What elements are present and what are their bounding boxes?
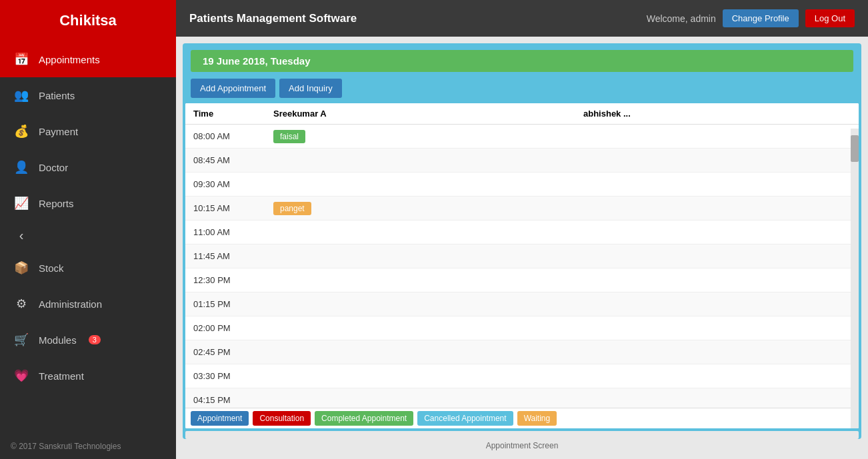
sidebar-item-chevron[interactable]: ‹ [0, 221, 176, 250]
sidebar-label-modules: Modules [39, 334, 77, 346]
table-row: 11:45 AM [185, 244, 859, 268]
sidebar-item-patients[interactable]: 👥 Patients [0, 77, 176, 113]
time-cell: 10:15 AM [185, 197, 265, 221]
table-row: 11:00 AM [185, 221, 859, 244]
vertical-scrollbar[interactable] [851, 129, 859, 428]
app-title: Patients Management Software [189, 12, 357, 25]
table-row: 08:00 AMfaisal [185, 125, 859, 149]
sidebar: Chikitsa 📅 Appointments 👥 Patients 💰 Pay… [0, 0, 176, 459]
time-cell: 02:45 PM [185, 340, 265, 364]
appointments-icon: 📅 [13, 52, 29, 67]
bottom-legend: Appointment Consultation Completed Appoi… [185, 408, 859, 428]
sidebar-item-treatment[interactable]: 💗 Treatment [0, 358, 176, 394]
time-cell: 04:15 PM [185, 388, 265, 408]
add-appointment-button[interactable]: Add Appointment [191, 79, 275, 98]
sreekumar-cell [265, 364, 575, 388]
table-row: 12:30 PM [185, 268, 859, 292]
abhishek-cell [575, 125, 859, 149]
abhishek-cell [575, 268, 859, 292]
appointment-badge[interactable]: panget [273, 202, 311, 215]
time-cell: 11:00 AM [185, 221, 265, 244]
col-time: Time [185, 103, 265, 125]
reports-icon: 📈 [13, 196, 29, 211]
time-cell: 01:15 PM [185, 292, 265, 316]
abhishek-cell [575, 221, 859, 244]
sreekumar-cell: panget [265, 197, 575, 221]
appointment-badge[interactable]: faisal [273, 130, 305, 143]
appointment-container: 19 June 2018, Tuesday Add Appointment Ad… [183, 43, 861, 439]
scrollbar-thumb [851, 135, 859, 162]
calendar-scroll[interactable]: Time Sreekumar A abhishek ... 08:00 AMfa… [185, 103, 859, 408]
sreekumar-cell [265, 173, 575, 197]
col-sreekumar: Sreekumar A [265, 103, 575, 125]
sreekumar-cell [265, 244, 575, 268]
toolbar: Add Appointment Add Inquiry [183, 79, 861, 103]
logout-button[interactable]: Log Out [805, 9, 855, 27]
time-cell: 03:30 PM [185, 364, 265, 388]
sidebar-label-appointments: Appointments [39, 54, 100, 65]
doctor-icon: 👤 [13, 160, 29, 175]
legend-waiting: Waiting [517, 411, 557, 426]
sidebar-item-modules[interactable]: 🛒 Modules 3 [0, 322, 176, 358]
time-cell: 08:00 AM [185, 125, 265, 149]
legend-consultation: Consultation [253, 411, 311, 426]
abhishek-cell [575, 340, 859, 364]
table-row: 03:30 PM [185, 364, 859, 388]
sidebar-item-appointments[interactable]: 📅 Appointments [0, 41, 176, 77]
table-row: 08:45 AM [185, 149, 859, 173]
calendar-wrapper: Time Sreekumar A abhishek ... 08:00 AMfa… [185, 103, 859, 428]
sreekumar-cell [265, 221, 575, 244]
time-cell: 09:30 AM [185, 173, 265, 197]
abhishek-cell [575, 197, 859, 221]
abhishek-cell [575, 388, 859, 408]
welcome-text: Welcome, admin [647, 13, 716, 24]
sidebar-item-stock[interactable]: 📦 Stock [0, 250, 176, 286]
abhishek-cell [575, 149, 859, 173]
sreekumar-cell [265, 292, 575, 316]
sidebar-item-reports[interactable]: 📈 Reports [0, 185, 176, 221]
time-cell: 11:45 AM [185, 244, 265, 268]
sreekumar-cell [265, 340, 575, 364]
time-cell: 08:45 AM [185, 149, 265, 173]
payment-icon: 💰 [13, 124, 29, 139]
change-profile-button[interactable]: Change Profile [723, 9, 799, 27]
sidebar-item-payment[interactable]: 💰 Payment [0, 113, 176, 149]
sreekumar-cell: faisal [265, 125, 575, 149]
abhishek-cell [575, 292, 859, 316]
sidebar-item-doctor[interactable]: 👤 Doctor [0, 149, 176, 185]
add-inquiry-button[interactable]: Add Inquiry [279, 79, 342, 98]
main-content: Patients Management Software Welcome, ad… [176, 0, 868, 459]
header-right: Welcome, admin Change Profile Log Out [647, 9, 855, 27]
sidebar-label-stock: Stock [39, 262, 64, 274]
sreekumar-cell [265, 149, 575, 173]
horizontal-scrollbar[interactable] [185, 431, 859, 439]
table-row: 09:30 AM [185, 173, 859, 197]
page-body: 19 June 2018, Tuesday Add Appointment Ad… [176, 37, 868, 459]
modules-badge: 3 [89, 335, 101, 344]
table-row: 02:00 PM [185, 316, 859, 340]
date-header: 19 June 2018, Tuesday [191, 50, 853, 72]
legend-appointment: Appointment [191, 411, 249, 426]
sreekumar-cell [265, 388, 575, 408]
sidebar-label-doctor: Doctor [39, 162, 68, 173]
table-row: 04:15 PM [185, 388, 859, 408]
abhishek-cell [575, 244, 859, 268]
bottom-caption: Appointment Screen [183, 439, 861, 452]
table-row: 01:15 PM [185, 292, 859, 316]
table-row: 02:45 PM [185, 340, 859, 364]
sidebar-footer: © 2017 Sanskruti Technologies [0, 434, 176, 459]
sidebar-item-administration[interactable]: ⚙ Administration [0, 286, 176, 322]
chevron-left-icon: ‹ [13, 228, 29, 243]
abhishek-cell [575, 364, 859, 388]
sreekumar-cell [265, 268, 575, 292]
sidebar-label-patients: Patients [39, 90, 75, 101]
stock-icon: 📦 [13, 260, 29, 275]
sidebar-label-treatment: Treatment [39, 370, 84, 382]
abhishek-cell [575, 316, 859, 340]
treatment-icon: 💗 [13, 368, 29, 383]
legend-completed-appointment: Completed Appointment [315, 411, 413, 426]
table-row: 10:15 AMpanget [185, 197, 859, 221]
modules-icon: 🛒 [13, 332, 29, 347]
sidebar-label-reports: Reports [39, 198, 74, 209]
header: Patients Management Software Welcome, ad… [176, 0, 868, 37]
